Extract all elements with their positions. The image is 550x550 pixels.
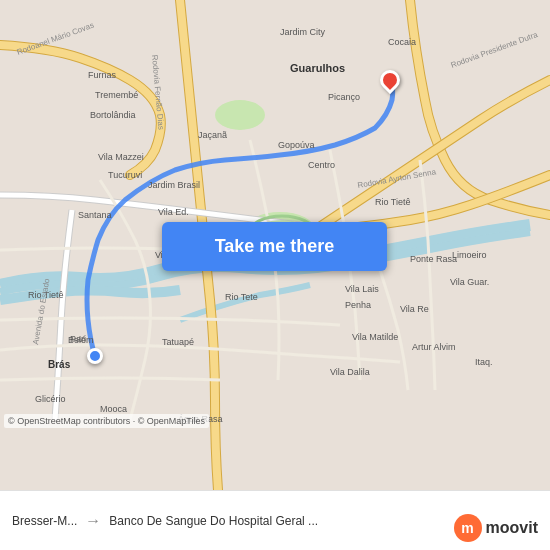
svg-point-2 — [215, 100, 265, 130]
svg-text:Santana: Santana — [78, 210, 112, 220]
svg-text:Vila Guar.: Vila Guar. — [450, 277, 489, 287]
svg-text:Jardim Brasil: Jardim Brasil — [148, 180, 200, 190]
map-container: Guarulhos Jardim City Cocaia Picanço Fur… — [0, 0, 550, 490]
svg-text:Vila Matilde: Vila Matilde — [352, 332, 398, 342]
svg-text:Tatuapé: Tatuapé — [162, 337, 194, 347]
svg-text:Belém: Belém — [68, 335, 94, 345]
origin-marker — [87, 348, 103, 364]
svg-text:Bortolândia: Bortolândia — [90, 110, 136, 120]
svg-text:Vila Lais: Vila Lais — [345, 284, 379, 294]
destination-marker — [380, 70, 400, 90]
svg-text:Vila Dalila: Vila Dalila — [330, 367, 370, 377]
svg-text:Vila Mazzei: Vila Mazzei — [98, 152, 144, 162]
svg-text:Guarulhos: Guarulhos — [290, 62, 345, 74]
svg-text:Glicério: Glicério — [35, 394, 66, 404]
svg-text:Furnas: Furnas — [88, 70, 117, 80]
origin-station-name: Bresser-M... — [12, 514, 77, 528]
svg-text:Gopoúva: Gopoúva — [278, 140, 315, 150]
svg-text:Vila Ed.: Vila Ed. — [158, 207, 189, 217]
svg-text:Penha: Penha — [345, 300, 371, 310]
svg-text:Picanço: Picanço — [328, 92, 360, 102]
svg-text:Artur Alvim: Artur Alvim — [412, 342, 456, 352]
moovit-logo: m moovit — [454, 514, 538, 542]
map-copyright: © OpenStreetMap contributors · © OpenMap… — [4, 414, 209, 428]
svg-text:Mooca: Mooca — [100, 404, 127, 414]
svg-text:Itaq.: Itaq. — [475, 357, 493, 367]
svg-text:Rio Tete: Rio Tete — [225, 292, 258, 302]
svg-text:Jaçanã: Jaçanã — [198, 130, 227, 140]
svg-text:Tucuruvi: Tucuruvi — [108, 170, 142, 180]
svg-text:Centro: Centro — [308, 160, 335, 170]
svg-text:Cocaia: Cocaia — [388, 37, 416, 47]
svg-text:Vila Re: Vila Re — [400, 304, 429, 314]
take-me-there-button[interactable]: Take me there — [162, 222, 387, 271]
svg-text:Ponte Rasa: Ponte Rasa — [410, 254, 457, 264]
bottom-bar: Bresser-M... → Banco De Sangue Do Hospit… — [0, 490, 550, 550]
svg-text:Brás: Brás — [48, 359, 71, 370]
svg-text:Tremembé: Tremembé — [95, 90, 138, 100]
destination-station-name: Banco De Sangue Do Hospital Geral ... — [109, 514, 318, 528]
arrow-icon: → — [85, 512, 101, 530]
svg-text:Rio Tietê: Rio Tietê — [375, 197, 411, 207]
moovit-brand-name: moovit — [486, 519, 538, 537]
moovit-icon: m — [454, 514, 482, 542]
destination-pin-head — [376, 66, 404, 94]
svg-text:Jardim City: Jardim City — [280, 27, 326, 37]
svg-text:Limoeiro: Limoeiro — [452, 250, 487, 260]
